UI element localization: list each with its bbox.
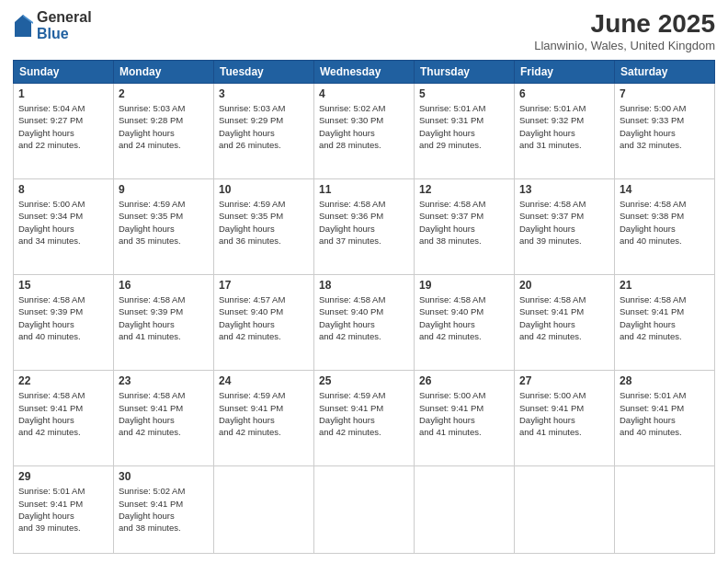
- day-info: Sunrise: 4:59 AM Sunset: 9:41 PM Dayligh…: [219, 389, 309, 438]
- logo-general: General: [37, 9, 92, 26]
- logo-text: General Blue: [37, 9, 92, 41]
- table-cell: 13 Sunrise: 4:58 AM Sunset: 9:37 PM Dayl…: [515, 179, 615, 275]
- table-cell: 10 Sunrise: 4:59 AM Sunset: 9:35 PM Dayl…: [214, 179, 314, 275]
- day-number: 28: [620, 374, 710, 387]
- day-info: Sunrise: 4:58 AM Sunset: 9:39 PM Dayligh…: [18, 293, 108, 342]
- col-wednesday: Wednesday: [314, 61, 415, 84]
- table-cell: 5 Sunrise: 5:01 AM Sunset: 9:31 PM Dayli…: [415, 84, 515, 179]
- header: General Blue June 2025 Llanwinio, Wales,…: [13, 9, 715, 52]
- week-row-3: 15 Sunrise: 4:58 AM Sunset: 9:39 PM Dayl…: [14, 275, 715, 371]
- day-info: Sunrise: 4:58 AM Sunset: 9:41 PM Dayligh…: [620, 293, 710, 342]
- day-number: 18: [319, 279, 409, 292]
- day-info: Sunrise: 4:59 AM Sunset: 9:35 PM Dayligh…: [119, 198, 209, 247]
- table-cell: 8 Sunrise: 5:00 AM Sunset: 9:34 PM Dayli…: [14, 179, 114, 275]
- col-sunday: Sunday: [14, 61, 114, 84]
- day-number: 1: [18, 87, 108, 100]
- day-number: 16: [119, 279, 209, 292]
- table-cell: 9 Sunrise: 4:59 AM Sunset: 9:35 PM Dayli…: [114, 179, 214, 275]
- week-row-1: 1 Sunrise: 5:04 AM Sunset: 9:27 PM Dayli…: [14, 84, 715, 179]
- week-row-5: 29 Sunrise: 5:01 AM Sunset: 9:41 PM Dayl…: [14, 466, 715, 554]
- col-friday: Friday: [515, 61, 615, 84]
- day-info: Sunrise: 5:01 AM Sunset: 9:31 PM Dayligh…: [419, 102, 509, 151]
- day-info: Sunrise: 4:58 AM Sunset: 9:39 PM Dayligh…: [119, 293, 209, 342]
- col-thursday: Thursday: [415, 61, 515, 84]
- table-cell: [415, 466, 515, 554]
- day-info: Sunrise: 5:01 AM Sunset: 9:41 PM Dayligh…: [18, 485, 108, 534]
- day-number: 26: [419, 374, 509, 387]
- table-cell: 3 Sunrise: 5:03 AM Sunset: 9:29 PM Dayli…: [214, 84, 314, 179]
- table-cell: 2 Sunrise: 5:03 AM Sunset: 9:28 PM Dayli…: [114, 84, 214, 179]
- table-cell: 16 Sunrise: 4:58 AM Sunset: 9:39 PM Dayl…: [114, 275, 214, 371]
- table-cell: 21 Sunrise: 4:58 AM Sunset: 9:41 PM Dayl…: [615, 275, 715, 371]
- day-info: Sunrise: 5:04 AM Sunset: 9:27 PM Dayligh…: [18, 102, 108, 151]
- day-info: Sunrise: 4:58 AM Sunset: 9:40 PM Dayligh…: [319, 293, 409, 342]
- table-cell: 22 Sunrise: 4:58 AM Sunset: 9:41 PM Dayl…: [14, 371, 114, 466]
- day-number: 14: [620, 183, 710, 196]
- table-cell: 12 Sunrise: 4:58 AM Sunset: 9:37 PM Dayl…: [415, 179, 515, 275]
- table-cell: 14 Sunrise: 4:58 AM Sunset: 9:38 PM Dayl…: [615, 179, 715, 275]
- day-number: 3: [219, 87, 309, 100]
- day-info: Sunrise: 5:00 AM Sunset: 9:34 PM Dayligh…: [18, 198, 108, 247]
- table-cell: 6 Sunrise: 5:01 AM Sunset: 9:32 PM Dayli…: [515, 84, 615, 179]
- day-number: 2: [119, 87, 209, 100]
- table-cell: 17 Sunrise: 4:57 AM Sunset: 9:40 PM Dayl…: [214, 275, 314, 371]
- day-info: Sunrise: 5:01 AM Sunset: 9:41 PM Dayligh…: [620, 389, 710, 438]
- logo-icon: [13, 13, 33, 39]
- day-info: Sunrise: 5:01 AM Sunset: 9:32 PM Dayligh…: [519, 102, 609, 151]
- day-number: 11: [319, 183, 409, 196]
- day-info: Sunrise: 4:59 AM Sunset: 9:35 PM Dayligh…: [219, 198, 309, 247]
- col-tuesday: Tuesday: [214, 61, 314, 84]
- page: General Blue June 2025 Llanwinio, Wales,…: [0, 0, 728, 563]
- table-cell: 23 Sunrise: 4:58 AM Sunset: 9:41 PM Dayl…: [114, 371, 214, 466]
- table-cell: [615, 466, 715, 554]
- day-info: Sunrise: 4:58 AM Sunset: 9:41 PM Dayligh…: [519, 293, 609, 342]
- table-cell: 24 Sunrise: 4:59 AM Sunset: 9:41 PM Dayl…: [214, 371, 314, 466]
- day-info: Sunrise: 4:58 AM Sunset: 9:37 PM Dayligh…: [519, 198, 609, 247]
- day-info: Sunrise: 4:59 AM Sunset: 9:41 PM Dayligh…: [319, 389, 409, 438]
- day-info: Sunrise: 4:58 AM Sunset: 9:37 PM Dayligh…: [419, 198, 509, 247]
- day-info: Sunrise: 4:58 AM Sunset: 9:38 PM Dayligh…: [620, 198, 710, 247]
- day-number: 9: [119, 183, 209, 196]
- day-number: 30: [119, 470, 209, 483]
- day-info: Sunrise: 4:58 AM Sunset: 9:41 PM Dayligh…: [119, 389, 209, 438]
- day-number: 10: [219, 183, 309, 196]
- day-number: 25: [319, 374, 409, 387]
- day-info: Sunrise: 5:00 AM Sunset: 9:41 PM Dayligh…: [519, 389, 609, 438]
- table-cell: 30 Sunrise: 5:02 AM Sunset: 9:41 PM Dayl…: [114, 466, 214, 554]
- day-number: 15: [18, 279, 108, 292]
- day-info: Sunrise: 5:00 AM Sunset: 9:33 PM Dayligh…: [620, 102, 710, 151]
- day-number: 6: [519, 87, 609, 100]
- table-cell: [214, 466, 314, 554]
- table-cell: [314, 466, 415, 554]
- day-number: 7: [620, 87, 710, 100]
- month-title: June 2025: [534, 9, 715, 39]
- day-info: Sunrise: 4:57 AM Sunset: 9:40 PM Dayligh…: [219, 293, 309, 342]
- table-cell: 26 Sunrise: 5:00 AM Sunset: 9:41 PM Dayl…: [415, 371, 515, 466]
- day-number: 24: [219, 374, 309, 387]
- table-cell: 29 Sunrise: 5:01 AM Sunset: 9:41 PM Dayl…: [14, 466, 114, 554]
- table-cell: 18 Sunrise: 4:58 AM Sunset: 9:40 PM Dayl…: [314, 275, 415, 371]
- day-number: 13: [519, 183, 609, 196]
- day-number: 22: [18, 374, 108, 387]
- table-cell: 1 Sunrise: 5:04 AM Sunset: 9:27 PM Dayli…: [14, 84, 114, 179]
- day-info: Sunrise: 4:58 AM Sunset: 9:40 PM Dayligh…: [419, 293, 509, 342]
- calendar-table: Sunday Monday Tuesday Wednesday Thursday…: [13, 60, 715, 554]
- title-area: June 2025 Llanwinio, Wales, United Kingd…: [534, 9, 715, 52]
- day-number: 12: [419, 183, 509, 196]
- day-info: Sunrise: 4:58 AM Sunset: 9:36 PM Dayligh…: [319, 198, 409, 247]
- col-monday: Monday: [114, 61, 214, 84]
- logo-blue: Blue: [37, 26, 92, 42]
- day-info: Sunrise: 5:03 AM Sunset: 9:29 PM Dayligh…: [219, 102, 309, 151]
- week-row-4: 22 Sunrise: 4:58 AM Sunset: 9:41 PM Dayl…: [14, 371, 715, 466]
- day-info: Sunrise: 5:02 AM Sunset: 9:30 PM Dayligh…: [319, 102, 409, 151]
- day-info: Sunrise: 4:58 AM Sunset: 9:41 PM Dayligh…: [18, 389, 108, 438]
- day-info: Sunrise: 5:03 AM Sunset: 9:28 PM Dayligh…: [119, 102, 209, 151]
- table-cell: 28 Sunrise: 5:01 AM Sunset: 9:41 PM Dayl…: [615, 371, 715, 466]
- day-number: 19: [419, 279, 509, 292]
- day-number: 20: [519, 279, 609, 292]
- table-cell: [515, 466, 615, 554]
- calendar-header-row: Sunday Monday Tuesday Wednesday Thursday…: [14, 61, 715, 84]
- table-cell: 4 Sunrise: 5:02 AM Sunset: 9:30 PM Dayli…: [314, 84, 415, 179]
- table-cell: 20 Sunrise: 4:58 AM Sunset: 9:41 PM Dayl…: [515, 275, 615, 371]
- col-saturday: Saturday: [615, 61, 715, 84]
